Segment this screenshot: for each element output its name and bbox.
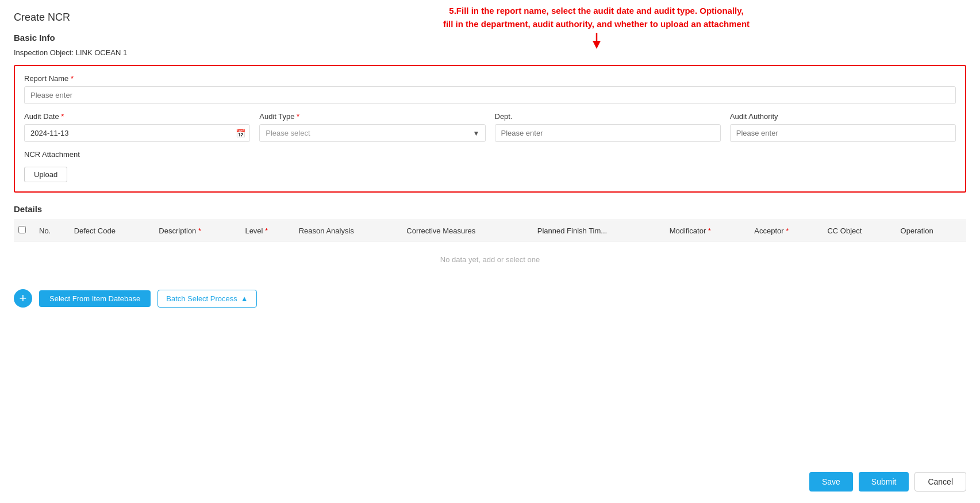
col-level: Level bbox=[240, 220, 294, 241]
col-operation: Operation bbox=[896, 220, 966, 241]
report-name-input[interactable] bbox=[24, 86, 956, 104]
col-acceptor: Acceptor bbox=[750, 220, 823, 241]
attachment-section: NCR Attachment Upload bbox=[24, 150, 956, 182]
select-all-checkbox[interactable] bbox=[18, 226, 26, 233]
upload-button[interactable]: Upload bbox=[24, 167, 67, 182]
caret-up-icon: ▲ bbox=[241, 294, 248, 303]
batch-select-button[interactable]: Batch Select Process ▲ bbox=[157, 290, 256, 308]
audit-date-field: Audit Date 2024-11-13 📅 bbox=[24, 112, 250, 142]
col-no: No. bbox=[34, 220, 70, 241]
col-defect-code: Defect Code bbox=[70, 220, 155, 241]
basic-info-section: Basic Info Inspection Object: LINK OCEAN… bbox=[14, 33, 966, 57]
col-reason-analysis: Reason Analysis bbox=[294, 220, 402, 241]
details-section: Details No. Defect Code Description Leve… bbox=[14, 204, 966, 308]
col-cc-object: CC Object bbox=[823, 220, 896, 241]
cancel-button[interactable]: Cancel bbox=[914, 472, 966, 492]
audit-date-wrapper: 2024-11-13 📅 bbox=[24, 124, 250, 142]
audit-type-label: Audit Type bbox=[259, 112, 485, 121]
form-section: Report Name Audit Date 2024-11-13 📅 Audi… bbox=[14, 65, 966, 193]
select-from-db-button[interactable]: Select From Item Datebase bbox=[39, 290, 151, 307]
audit-authority-label: Audit Authority bbox=[730, 112, 956, 121]
page-container: Create NCR 5.Fill in the report name, se… bbox=[0, 0, 980, 503]
col-modificator: Modificator bbox=[665, 220, 750, 241]
page-title: Create NCR bbox=[14, 11, 966, 24]
inspection-object: Inspection Object: LINK OCEAN 1 bbox=[14, 48, 966, 57]
col-planned-finish-time: Planned Finish Tim... bbox=[533, 220, 665, 241]
submit-button[interactable]: Submit bbox=[859, 472, 909, 492]
form-row: Audit Date 2024-11-13 📅 Audit Type Pleas… bbox=[24, 112, 956, 142]
report-name-field: Report Name bbox=[24, 74, 956, 104]
audit-date-input[interactable]: 2024-11-13 bbox=[24, 124, 250, 142]
details-table: No. Defect Code Description Level Reason… bbox=[14, 220, 966, 278]
footer-actions: Save Submit Cancel bbox=[809, 472, 966, 492]
audit-authority-input[interactable] bbox=[730, 124, 956, 142]
add-button[interactable]: + bbox=[14, 289, 32, 308]
report-name-label: Report Name bbox=[24, 74, 956, 83]
calendar-icon: 📅 bbox=[236, 129, 245, 138]
col-corrective-measures: Corrective Measures bbox=[402, 220, 532, 241]
col-description: Description bbox=[154, 220, 240, 241]
basic-info-title: Basic Info bbox=[14, 33, 966, 43]
dept-input[interactable] bbox=[495, 124, 721, 142]
dept-label: Dept. bbox=[495, 112, 721, 121]
audit-date-label: Audit Date bbox=[24, 112, 250, 121]
details-title: Details bbox=[14, 204, 966, 214]
dept-field: Dept. bbox=[495, 112, 721, 142]
audit-type-wrapper: Please select Internal External ▼ bbox=[259, 124, 485, 142]
attachment-label: NCR Attachment bbox=[24, 150, 956, 159]
select-all-header bbox=[14, 220, 34, 241]
audit-type-select[interactable]: Please select Internal External bbox=[259, 124, 485, 142]
no-data-message: No data yet, add or select one bbox=[14, 241, 966, 278]
save-button[interactable]: Save bbox=[809, 472, 853, 492]
audit-type-field: Audit Type Please select Internal Extern… bbox=[259, 112, 485, 142]
audit-authority-field: Audit Authority bbox=[730, 112, 956, 142]
batch-select-label: Batch Select Process bbox=[166, 294, 237, 303]
action-row: + Select From Item Datebase Batch Select… bbox=[14, 289, 966, 308]
no-data-row: No data yet, add or select one bbox=[14, 241, 966, 278]
